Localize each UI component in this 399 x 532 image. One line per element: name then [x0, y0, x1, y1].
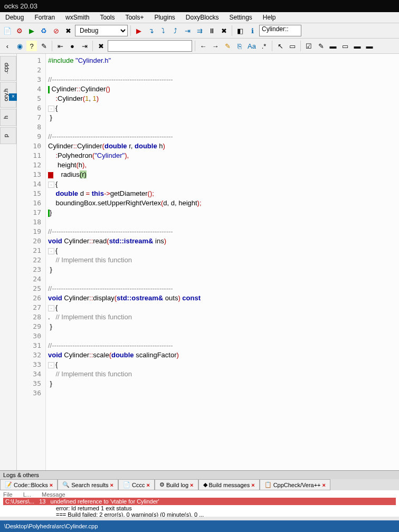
- close-icon[interactable]: ×: [146, 482, 149, 488]
- code-line[interactable]: //--------------------------------------…: [48, 284, 399, 293]
- menu-wxsmith[interactable]: wxSmith: [60, 12, 94, 23]
- check-icon[interactable]: ☑: [303, 41, 314, 51]
- close-icon[interactable]: ×: [251, 482, 254, 488]
- rect-icon[interactable]: ▭: [287, 41, 298, 51]
- record-icon[interactable]: ●: [67, 41, 78, 51]
- code-line[interactable]: //--------------------------------------…: [48, 341, 399, 350]
- build-target-select[interactable]: Debug: [75, 25, 128, 36]
- help-icon[interactable]: ?: [26, 41, 37, 51]
- menu-debug[interactable]: Debug: [0, 12, 29, 23]
- close-icon[interactable]: ×: [110, 482, 113, 488]
- code-line[interactable]: [48, 122, 399, 132]
- file-tab[interactable]: ory.h×: [0, 82, 16, 108]
- close-icon[interactable]: ✖: [63, 25, 73, 36]
- code-line[interactable]: :Cylinder(1, 1): [48, 94, 399, 103]
- case-icon[interactable]: Aa: [246, 41, 257, 51]
- code-line[interactable]: }: [48, 113, 399, 122]
- code-line[interactable]: -{: [48, 360, 399, 369]
- stop-debug-icon[interactable]: ✖: [218, 25, 229, 36]
- close-tab-icon[interactable]: ✖: [96, 41, 106, 51]
- code-line[interactable]: [48, 217, 399, 227]
- scope-label[interactable]: Cylinder::: [259, 25, 301, 36]
- code-line[interactable]: [48, 331, 399, 341]
- edit-icon[interactable]: ✎: [316, 41, 326, 51]
- panel2-icon[interactable]: ▭: [340, 41, 350, 51]
- code-line[interactable]: void Cylinder::scale(double scalingFacto…: [48, 350, 399, 360]
- debug-run-icon[interactable]: ▶: [134, 25, 144, 36]
- code-line[interactable]: height(h),: [48, 160, 399, 170]
- arrow-left-icon[interactable]: ←: [198, 41, 208, 51]
- code-line[interactable]: :Polyhedron("Cylinder"),: [48, 151, 399, 160]
- menu-help[interactable]: Help: [258, 12, 281, 23]
- wand-icon[interactable]: ✎: [39, 41, 49, 51]
- arrow-right-icon[interactable]: →: [210, 41, 221, 51]
- log-tab-code-blocks[interactable]: 📝Code::Blocks ×: [0, 479, 58, 490]
- code-line[interactable]: #include "Cylinder.h": [48, 56, 399, 65]
- code-line[interactable]: -{: [48, 103, 399, 113]
- file-tab[interactable]: h: [0, 109, 16, 126]
- code-line[interactable]: boundingBox.setUpperRightVertex(d, d, he…: [48, 198, 399, 208]
- code-line[interactable]: }: [48, 265, 399, 274]
- code-line[interactable]: }: [48, 322, 399, 331]
- less-than-icon[interactable]: ‹: [2, 41, 13, 51]
- code-line[interactable]: // Implement this function: [48, 369, 399, 379]
- step-out-icon[interactable]: ⤴: [170, 25, 180, 36]
- next-line-icon[interactable]: ⇥: [182, 25, 193, 36]
- cursor-icon[interactable]: ↖: [275, 41, 286, 51]
- log-tab-cppcheck-vera-[interactable]: 📋CppCheck/Vera++ ×: [260, 479, 330, 490]
- copy-icon[interactable]: ⎘: [234, 41, 245, 51]
- menu-doxyblocks[interactable]: DoxyBlocks: [180, 12, 224, 23]
- error-row[interactable]: C:\Users\... 13 undefined reference to '…: [3, 498, 396, 505]
- code-line[interactable]: Cylinder::Cylinder(): [48, 84, 399, 94]
- code-line[interactable]: [48, 65, 399, 75]
- code-line[interactable]: [48, 274, 399, 284]
- code-line[interactable]: //--------------------------------------…: [48, 75, 399, 84]
- nav-back-icon[interactable]: ⇤: [55, 41, 65, 51]
- code-line[interactable]: [48, 388, 399, 398]
- code-line[interactable]: . // Implement this function: [48, 312, 399, 322]
- step-over-icon[interactable]: ⤵: [158, 25, 168, 36]
- editor[interactable]: 1234567891011121314151617181920212223242…: [17, 54, 399, 507]
- window-icon[interactable]: ◧: [235, 25, 245, 36]
- close-icon[interactable]: ×: [50, 482, 53, 488]
- close-icon[interactable]: ×: [322, 482, 326, 488]
- code-line[interactable]: //--------------------------------------…: [48, 227, 399, 236]
- log-tab-search-results[interactable]: 🔍Search results ×: [58, 479, 118, 490]
- code-area[interactable]: #include "Cylinder.h"//-----------------…: [46, 54, 399, 507]
- menu-settings[interactable]: Settings: [224, 12, 258, 23]
- nav-fwd-icon[interactable]: ⇥: [79, 41, 90, 51]
- abort-icon[interactable]: ⊘: [51, 25, 61, 36]
- menu-fortran[interactable]: Fortran: [29, 12, 60, 23]
- continue-icon[interactable]: ⇉: [194, 25, 205, 36]
- code-line[interactable]: void Cylinder::read(std::istream& ins): [48, 236, 399, 246]
- panel4-icon[interactable]: ▬: [364, 41, 375, 51]
- menu-tools[interactable]: Tools: [94, 12, 120, 23]
- close-icon[interactable]: ×: [190, 482, 193, 488]
- log-tab-cccc[interactable]: 📄Cccc ×: [118, 479, 155, 490]
- info-icon[interactable]: ℹ: [247, 25, 258, 36]
- code-line[interactable]: -{: [48, 303, 399, 312]
- search-input[interactable]: [108, 40, 192, 52]
- panel1-icon[interactable]: ▬: [328, 41, 338, 51]
- pause-icon[interactable]: ⏸: [206, 25, 217, 36]
- highlight-icon[interactable]: ✎: [222, 41, 233, 51]
- code-line[interactable]: // Implement this function: [48, 255, 399, 265]
- code-line[interactable]: -{: [48, 246, 399, 255]
- file-tab[interactable]: .cpp: [0, 56, 16, 81]
- menu-plugins[interactable]: Plugins: [149, 12, 180, 23]
- code-line[interactable]: //--------------------------------------…: [48, 132, 399, 141]
- code-line[interactable]: }: [48, 379, 399, 388]
- code-line[interactable]: radius(r): [48, 170, 399, 179]
- code-line[interactable]: void Cylinder::display(std::ostream& out…: [48, 293, 399, 303]
- target-icon[interactable]: ◉: [14, 41, 25, 51]
- play-icon[interactable]: ▶: [26, 25, 37, 36]
- regex-icon[interactable]: .*: [259, 41, 269, 51]
- close-icon[interactable]: ×: [9, 93, 17, 101]
- log-tab-build-messages[interactable]: ◆Build messages ×: [198, 479, 260, 490]
- log-tab-build-log[interactable]: ⚙Build log ×: [155, 479, 198, 490]
- panel3-icon[interactable]: ▬: [352, 41, 363, 51]
- file-tab[interactable]: p: [0, 127, 16, 144]
- step-into-icon[interactable]: ↴: [146, 25, 156, 36]
- code-line[interactable]: Cylinder::Cylinder(double r, double h): [48, 141, 399, 151]
- code-line[interactable]: -{: [48, 179, 399, 189]
